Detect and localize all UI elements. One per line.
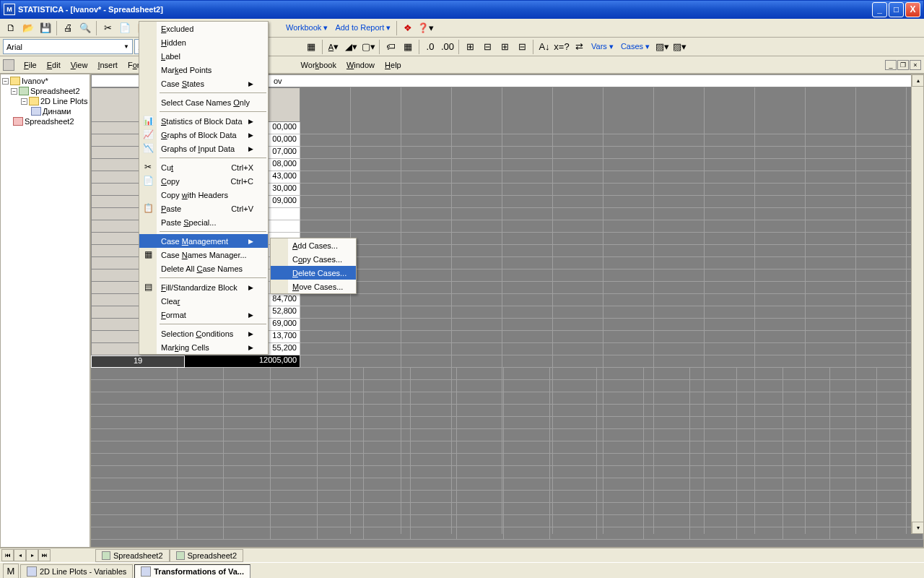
menu-item[interactable]: Delete All Case Names: [139, 262, 268, 275]
add-to-workbook[interactable]: Workbook ▾: [283, 23, 331, 33]
help-icon[interactable]: ❓▾: [417, 20, 433, 36]
preview-icon[interactable]: 🔍: [77, 20, 93, 36]
decimal-dec-icon[interactable]: .00: [440, 39, 456, 55]
workbook-tree[interactable]: − Ivanov* − Spreadsheet2 − 2D Line Plots…: [0, 74, 90, 548]
menu-item[interactable]: Selection Conditions▶: [139, 327, 268, 340]
tab-last-icon[interactable]: ⏭: [38, 549, 51, 561]
menu-item[interactable]: Clear: [139, 294, 268, 308]
vars-ins-icon[interactable]: ⊞: [497, 39, 513, 55]
format-icon[interactable]: ▦: [303, 39, 319, 55]
menu-item[interactable]: Excluded: [139, 22, 268, 35]
menu-item[interactable]: Case States▶: [139, 77, 268, 90]
menu-item[interactable]: Hidden: [139, 35, 268, 49]
menu-item[interactable]: Case Management▶: [139, 234, 268, 248]
submenu-item[interactable]: Move Cases...: [271, 280, 356, 293]
menu-help[interactable]: Help: [380, 59, 406, 72]
doc-tab[interactable]: Spreadsheet2: [170, 549, 244, 562]
font-select[interactable]: Arial▼: [3, 39, 133, 54]
menu-item[interactable]: ✂CutCtrl+X: [139, 160, 268, 174]
tree-item[interactable]: − 2D Line Plots: [2, 96, 88, 106]
menu-icon: 📋: [142, 203, 154, 215]
scroll-down-icon[interactable]: ▾: [912, 522, 924, 534]
tree-root[interactable]: − Ivanov*: [2, 76, 88, 86]
vars-del-icon[interactable]: ⊟: [514, 39, 530, 55]
recalc-icon[interactable]: x=?: [554, 39, 570, 55]
sheet-icon: [13, 117, 23, 126]
menu-window[interactable]: Window: [341, 59, 380, 72]
menu-item[interactable]: 📉Graphs of Input Data▶: [139, 142, 268, 155]
submenu-item[interactable]: Add Cases...: [271, 238, 356, 252]
mdi-close[interactable]: ×: [910, 60, 921, 70]
recode-icon[interactable]: ⇄: [571, 39, 587, 55]
tree-label: 2D Line Plots: [40, 97, 87, 105]
grid-icon[interactable]: ▦: [400, 39, 416, 55]
add-to-report[interactable]: Add to Report ▾: [332, 23, 393, 33]
close-button[interactable]: X: [905, 2, 920, 17]
tree-item[interactable]: − Spreadsheet2: [2, 86, 88, 96]
mdi-minimize[interactable]: _: [885, 60, 897, 70]
menu-item[interactable]: Select Case Names Only: [139, 95, 268, 109]
save-icon[interactable]: 💾: [38, 20, 53, 36]
vars-menu[interactable]: Vars ▾: [588, 42, 616, 51]
scroll-up-icon[interactable]: ▴: [912, 74, 924, 87]
menu-item[interactable]: ▤Fill/Standardize Block▶: [139, 280, 268, 294]
tree-item[interactable]: Динами: [2, 106, 88, 116]
tab-first-icon[interactable]: ⏮: [1, 549, 14, 561]
maximize-button[interactable]: □: [889, 2, 904, 17]
menu-item[interactable]: ▦Case Names Manager...: [139, 248, 268, 262]
menu-item[interactable]: 📊Statistics of Block Data▶: [139, 114, 268, 128]
mdi-restore[interactable]: ❐: [897, 60, 909, 70]
menu-item[interactable]: Paste Special...: [139, 215, 268, 229]
menu-item[interactable]: 📋PasteCtrl+V: [139, 202, 268, 215]
font-color-icon[interactable]: A▾: [326, 39, 341, 55]
app-icon[interactable]: M: [3, 564, 19, 579]
menu-item[interactable]: 📄CopyCtrl+C: [139, 174, 268, 188]
submenu-item[interactable]: Copy Cases...: [271, 252, 356, 266]
sort-icon[interactable]: A↓: [536, 39, 552, 55]
tab-next-icon[interactable]: ▸: [26, 549, 38, 561]
menu-file[interactable]: File: [19, 59, 42, 72]
menu-view[interactable]: View: [66, 59, 93, 72]
cases-ins-icon[interactable]: ⊞: [462, 39, 478, 55]
copy-icon[interactable]: 📄: [117, 20, 133, 36]
mdi-icon[interactable]: [3, 59, 14, 71]
minimize-button[interactable]: _: [872, 2, 887, 17]
decimal-inc-icon[interactable]: .0: [422, 39, 438, 55]
task-button[interactable]: 2D Line Plots - Variables: [20, 564, 133, 579]
menu-insert[interactable]: Insert: [92, 59, 123, 72]
chart-icon: [31, 107, 41, 116]
print-icon[interactable]: 🖨: [60, 20, 76, 36]
scrollbar-vertical[interactable]: ▴ ▾: [911, 74, 923, 534]
task-button-active[interactable]: Transformations of Va...: [134, 564, 250, 579]
pattern1-icon[interactable]: ▨▾: [654, 39, 670, 55]
border-icon[interactable]: ▢▾: [360, 39, 376, 55]
submenu-item[interactable]: Delete Cases...: [271, 266, 356, 280]
selected-row[interactable]: 19 12005,000: [91, 355, 300, 368]
menu-item[interactable]: Marking Cells▶: [139, 340, 268, 354]
open-icon[interactable]: 📂: [20, 20, 36, 36]
menu-item[interactable]: Copy with Headers: [139, 188, 268, 202]
tab-prev-icon[interactable]: ◂: [14, 549, 26, 561]
new-icon[interactable]: 🗋: [3, 20, 19, 36]
cut-icon[interactable]: ✂: [100, 20, 116, 36]
tree-item[interactable]: Spreadsheet2: [2, 116, 88, 126]
tab-scroll-nav: ⏮ ◂ ▸ ⏭: [1, 549, 51, 561]
macro-icon[interactable]: ❖: [400, 20, 416, 36]
menu-item[interactable]: Label: [139, 49, 268, 63]
menu-item[interactable]: Format▶: [139, 308, 268, 322]
cell[interactable]: 12005,000: [185, 355, 300, 368]
cases-menu[interactable]: Cases ▾: [618, 42, 653, 51]
menu-edit[interactable]: Edit: [42, 59, 66, 72]
tree-toggle-icon[interactable]: −: [2, 78, 9, 85]
pattern2-icon[interactable]: ▨▾: [671, 39, 687, 55]
cases-del-icon[interactable]: ⊟: [479, 39, 495, 55]
menu-item[interactable]: 📈Graphs of Block Data▶: [139, 128, 268, 142]
fill-color-icon[interactable]: ◢▾: [343, 39, 359, 55]
doc-tab[interactable]: Spreadsheet2: [95, 549, 170, 562]
tree-toggle-icon[interactable]: −: [21, 98, 27, 105]
menu-item[interactable]: Marked Points: [139, 63, 268, 77]
row-header[interactable]: 19: [91, 355, 185, 368]
tree-toggle-icon[interactable]: −: [11, 88, 17, 95]
menu-workbook[interactable]: Workbook: [296, 59, 341, 72]
tag-icon[interactable]: 🏷: [383, 39, 398, 55]
